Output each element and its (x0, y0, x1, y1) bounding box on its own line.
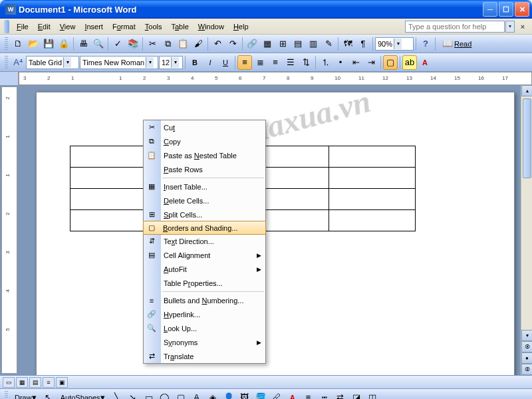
context-split-cells-[interactable]: ⊞Split Cells... (144, 207, 265, 221)
numbering-button[interactable]: ⒈ (318, 55, 332, 70)
decrease-indent-button[interactable]: ⇤ (348, 55, 363, 70)
context-cell-alignment[interactable]: ▤Cell Alignment▶ (144, 248, 265, 262)
context-paste-as-nested-table[interactable]: 📋Paste as Nested Table (144, 148, 265, 162)
help-button[interactable]: ? (418, 37, 433, 51)
clipart-button[interactable]: 👤 (221, 390, 236, 400)
excel-button[interactable]: ▤ (291, 37, 305, 51)
drawing-button[interactable]: ✎ (321, 37, 336, 51)
scroll-down-button[interactable]: ▾ (521, 330, 532, 341)
context-insert-table-[interactable]: ▦Insert Table... (144, 180, 265, 194)
vertical-ruler[interactable]: 2112345 (1, 86, 17, 374)
font-select[interactable]: Times New Roman▾ (80, 56, 158, 69)
menu-window[interactable]: Window (194, 21, 229, 33)
styles-pane-button[interactable]: A⁴ (11, 55, 25, 70)
borders-button[interactable]: ▢ (383, 55, 398, 70)
print-layout-button[interactable]: ▤ (29, 377, 41, 388)
menu-edit[interactable]: Edit (33, 21, 55, 33)
print-preview-button[interactable]: 🔍 (91, 37, 106, 51)
tables-borders-button[interactable]: ▦ (260, 37, 275, 51)
outline-view-button[interactable]: ≡ (43, 377, 55, 388)
cut-button[interactable]: ✂ (145, 37, 160, 51)
bold-button[interactable]: B (188, 55, 202, 70)
3d-button[interactable]: ◫ (365, 390, 380, 400)
scroll-up-button[interactable]: ▴ (521, 85, 532, 96)
context-delete-cells-[interactable]: Delete Cells... (144, 194, 265, 207)
horizontal-ruler[interactable]: 3211234567891011121314151617 (19, 72, 532, 85)
context-paste-rows[interactable]: Paste Rows (144, 162, 265, 176)
save-button[interactable]: 💾 (41, 37, 56, 51)
rectangle-button[interactable]: ▭ (142, 390, 156, 400)
context-borders-and-shading-[interactable]: ▢Borders and Shading... (143, 221, 266, 235)
normal-view-button[interactable]: ▭ (3, 377, 15, 388)
reading-view-button[interactable]: ▣ (56, 377, 68, 388)
arrow-button[interactable]: ↘ (126, 390, 140, 400)
align-center-button[interactable]: ≣ (253, 55, 267, 70)
font-color-button[interactable]: A (418, 55, 432, 70)
toolbar-grip[interactable] (5, 56, 8, 69)
copy-button[interactable]: ⧉ (160, 37, 175, 51)
show-hide-button[interactable]: ¶ (356, 37, 370, 51)
textbox-button[interactable]: ▢ (174, 390, 188, 400)
context-look-up-[interactable]: 🔍Look Up... (144, 321, 265, 335)
menu-format[interactable]: Format (108, 21, 140, 33)
highlight-button[interactable]: ab (402, 55, 417, 70)
dash-style-button[interactable]: ┅ (317, 390, 332, 400)
paste-button[interactable]: 📋 (176, 37, 190, 51)
increase-indent-button[interactable]: ⇥ (364, 55, 378, 70)
oval-button[interactable]: ◯ (158, 390, 172, 400)
context-autofit[interactable]: AutoFit▶ (144, 262, 265, 276)
wordart-button[interactable]: A (190, 390, 204, 400)
fill-color-button[interactable]: 🪣 (253, 390, 268, 400)
draw-menu-button[interactable]: Draw ▾ (11, 390, 40, 400)
open-button[interactable]: 📂 (26, 37, 41, 51)
toolbar-grip[interactable] (5, 391, 8, 400)
context-hyperlink-[interactable]: 🔗Hyperlink... (144, 307, 265, 321)
font-color-button[interactable]: A (285, 390, 300, 400)
menu-table[interactable]: Table (166, 21, 193, 33)
arrow-style-button[interactable]: ⇄ (333, 390, 348, 400)
undo-button[interactable]: ↶ (210, 37, 225, 51)
permission-button[interactable]: 🔒 (57, 37, 71, 51)
toolbar-grip[interactable] (5, 37, 8, 51)
menu-tools[interactable]: Tools (140, 21, 167, 33)
diagram-button[interactable]: ◈ (205, 390, 220, 400)
web-view-button[interactable]: ▦ (16, 377, 28, 388)
underline-button[interactable]: U (218, 55, 233, 70)
justify-button[interactable]: ☰ (283, 55, 298, 70)
context-text-direction-[interactable]: ⇵Text Direction... (144, 234, 265, 248)
line-color-button[interactable]: 🖊 (269, 390, 284, 400)
context-bullets-and-numbering-[interactable]: ≡Bullets and Numbering... (144, 293, 265, 307)
spellcheck-button[interactable]: ✓ (110, 37, 125, 51)
style-select[interactable]: Table Grid▾ (26, 56, 79, 69)
menu-insert[interactable]: Insert (80, 21, 108, 33)
format-painter-button[interactable]: 🖌 (191, 37, 205, 51)
maximize-button[interactable]: ☐ (499, 2, 513, 17)
line-style-button[interactable]: ≡ (301, 390, 316, 400)
hyperlink-button[interactable]: 🔗 (245, 37, 259, 51)
autoshapes-button[interactable]: AutoShapes ▾ (57, 390, 108, 400)
picture-button[interactable]: 🖼 (237, 390, 252, 400)
context-cut[interactable]: ✂Cut (144, 120, 265, 134)
context-translate[interactable]: ⇄Translate (144, 349, 265, 363)
shadow-button[interactable]: ◪ (349, 390, 364, 400)
context-synonyms[interactable]: Synonyms▶ (144, 335, 265, 349)
vertical-scrollbar[interactable]: ▴ ▾ ⦿ ● ⦿ (521, 85, 532, 375)
document-close-button[interactable]: × (517, 21, 528, 32)
align-right-button[interactable]: ≡ (268, 55, 283, 70)
context-table-properties-[interactable]: Table Properties... (144, 276, 265, 290)
insert-table-button[interactable]: ⊞ (275, 37, 290, 51)
close-button[interactable]: ✕ (515, 2, 529, 17)
context-copy[interactable]: ⧉Copy (144, 134, 265, 148)
menu-help[interactable]: Help (229, 21, 253, 33)
line-button[interactable]: ╲ (110, 390, 124, 400)
browse-next-button[interactable]: ⦿ (521, 364, 532, 375)
read-button[interactable]: 📖 Read (438, 37, 476, 51)
line-spacing-button[interactable]: ⇅ (299, 55, 313, 70)
font-size-select[interactable]: 12▾ (159, 56, 183, 69)
minimize-button[interactable]: ─ (483, 2, 497, 17)
doc-map-button[interactable]: 🗺 (340, 37, 355, 51)
zoom-select[interactable]: 90%▾ (375, 37, 414, 51)
menubar-grip[interactable] (4, 20, 9, 33)
menu-view[interactable]: View (55, 21, 80, 33)
italic-button[interactable]: I (203, 55, 217, 70)
